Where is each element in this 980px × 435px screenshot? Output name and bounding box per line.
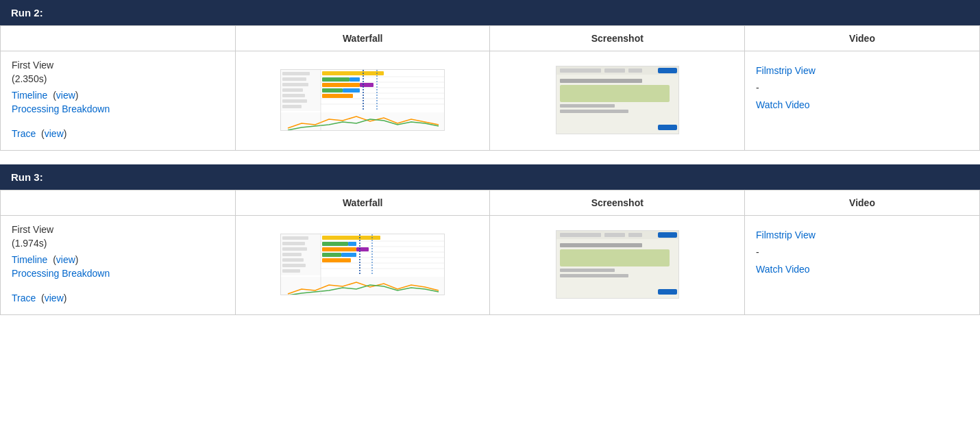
run2-waterfall-cell	[235, 51, 490, 151]
run2-table: Waterfall Screenshot Video First View (2…	[0, 25, 980, 151]
run3-waterfall-cell	[235, 216, 490, 315]
svg-rect-45	[322, 236, 380, 240]
svg-rect-10	[322, 83, 360, 87]
svg-rect-75	[658, 289, 677, 295]
run2-col-waterfall: Waterfall	[235, 26, 490, 51]
run2-trace-link[interactable]: Trace	[12, 128, 36, 139]
run2-trace-row: Trace (view)	[12, 128, 224, 139]
svg-rect-8	[322, 77, 350, 82]
svg-rect-37	[658, 125, 677, 130]
svg-rect-13	[343, 88, 360, 92]
svg-rect-71	[560, 243, 642, 247]
svg-rect-62	[282, 258, 304, 262]
svg-rect-26	[282, 105, 302, 108]
run2-data-row: First View (2.350s) Timeline (view) Proc…	[1, 51, 980, 151]
run3-header-row: Waterfall Screenshot Video	[1, 190, 980, 216]
svg-rect-31	[628, 69, 642, 73]
svg-rect-7	[322, 71, 384, 75]
run3-col-video: Video	[745, 190, 980, 216]
run2-timeline-view-link[interactable]: view	[56, 90, 75, 101]
svg-rect-23	[282, 88, 303, 92]
run3-trace-link[interactable]: Trace	[12, 293, 36, 303]
svg-rect-51	[341, 253, 356, 257]
run2-waterfall-image[interactable]	[280, 69, 445, 131]
svg-rect-33	[560, 79, 642, 83]
svg-rect-9	[350, 77, 360, 82]
svg-rect-67	[560, 233, 601, 237]
svg-rect-61	[282, 253, 302, 256]
run3-view-title: First View	[12, 224, 224, 235]
svg-rect-47	[348, 242, 356, 246]
svg-rect-68	[604, 233, 625, 237]
run3-col-waterfall: Waterfall	[235, 190, 490, 216]
run3-col-screenshot: Screenshot	[490, 190, 745, 216]
svg-rect-58	[282, 236, 308, 240]
run3-video-cell: Filmstrip View - Watch Video	[745, 216, 980, 315]
run2-header: Run 2:	[0, 0, 980, 25]
svg-rect-60	[282, 247, 307, 251]
run3-video-links: Filmstrip View - Watch Video	[756, 227, 968, 279]
run3-watch-video-link[interactable]: Watch Video	[756, 264, 810, 275]
run2-filmstrip-link[interactable]: Filmstrip View	[756, 65, 816, 76]
run3-title: Run 3:	[11, 171, 43, 183]
run3-timeline-view-link[interactable]: view	[56, 254, 75, 265]
run3-screenshot-image[interactable]	[556, 230, 679, 299]
svg-rect-69	[628, 233, 642, 237]
run2-header-row: Waterfall Screenshot Video	[1, 26, 980, 51]
run2-screenshot-cell	[490, 51, 745, 151]
svg-rect-64	[282, 269, 300, 273]
run3-data-row: First View (1.974s) Timeline (view) Proc…	[1, 216, 980, 315]
run2-title: Run 2:	[11, 7, 43, 18]
run2-trace-view-link[interactable]: view	[45, 128, 64, 139]
svg-rect-49	[356, 247, 369, 251]
run3-col-info	[1, 190, 236, 216]
run2-info-cell: First View (2.350s) Timeline (view) Proc…	[1, 51, 236, 151]
run3-section: Run 3: Waterfall Screenshot Video First …	[0, 164, 980, 315]
run2-timeline-row: Timeline (view)	[12, 90, 224, 101]
svg-rect-34	[560, 85, 670, 102]
svg-rect-12	[322, 88, 343, 92]
run2-video-cell: Filmstrip View - Watch Video	[745, 51, 980, 151]
run2-filmstrip-row: Filmstrip View	[756, 62, 968, 79]
run2-view-title: First View	[12, 60, 224, 71]
run3-separator: -	[756, 244, 968, 261]
run3-filmstrip-link[interactable]: Filmstrip View	[756, 229, 816, 240]
svg-rect-35	[560, 104, 615, 108]
svg-rect-73	[560, 269, 615, 272]
run3-processing-breakdown-link[interactable]: Processing Breakdown	[12, 268, 110, 279]
run2-processing-breakdown-link[interactable]: Processing Breakdown	[12, 103, 110, 114]
run2-timeline-link[interactable]: Timeline	[12, 90, 47, 101]
run3-table: Waterfall Screenshot Video First View (1…	[0, 190, 980, 315]
run2-col-info	[1, 26, 236, 51]
svg-rect-29	[560, 69, 601, 73]
svg-rect-36	[560, 110, 628, 113]
svg-rect-59	[282, 242, 305, 245]
run3-info-cell: First View (1.974s) Timeline (view) Proc…	[1, 216, 236, 315]
svg-rect-50	[322, 253, 341, 257]
svg-rect-11	[360, 83, 373, 87]
svg-rect-72	[560, 249, 670, 266]
run3-trace-view-link[interactable]: view	[45, 293, 64, 303]
run2-watch-video-link[interactable]: Watch Video	[756, 99, 810, 110]
run3-header: Run 3:	[0, 164, 980, 190]
svg-rect-48	[322, 247, 356, 251]
svg-rect-14	[322, 94, 353, 98]
svg-rect-24	[282, 94, 305, 97]
svg-rect-63	[282, 264, 306, 267]
run2-video-links: Filmstrip View - Watch Video	[756, 62, 968, 114]
run2-view-time: (2.350s)	[12, 73, 224, 84]
run2-separator: -	[756, 79, 968, 97]
run3-timeline-link[interactable]: Timeline	[12, 254, 47, 265]
run3-filmstrip-row: Filmstrip View	[756, 227, 968, 244]
run3-waterfall-image[interactable]	[280, 234, 445, 295]
svg-rect-21	[282, 77, 306, 81]
run2-section: Run 2: Waterfall Screenshot Video First …	[0, 0, 980, 151]
run3-processing-row: Processing Breakdown	[12, 268, 224, 279]
run2-screenshot-image[interactable]	[556, 66, 679, 134]
run3-trace-row: Trace (view)	[12, 293, 224, 303]
run2-processing-row: Processing Breakdown	[12, 103, 224, 114]
run3-timeline-row: Timeline (view)	[12, 254, 224, 265]
svg-rect-25	[282, 99, 307, 103]
svg-rect-52	[322, 258, 351, 262]
run2-watch-video-row: Watch Video	[756, 97, 968, 114]
